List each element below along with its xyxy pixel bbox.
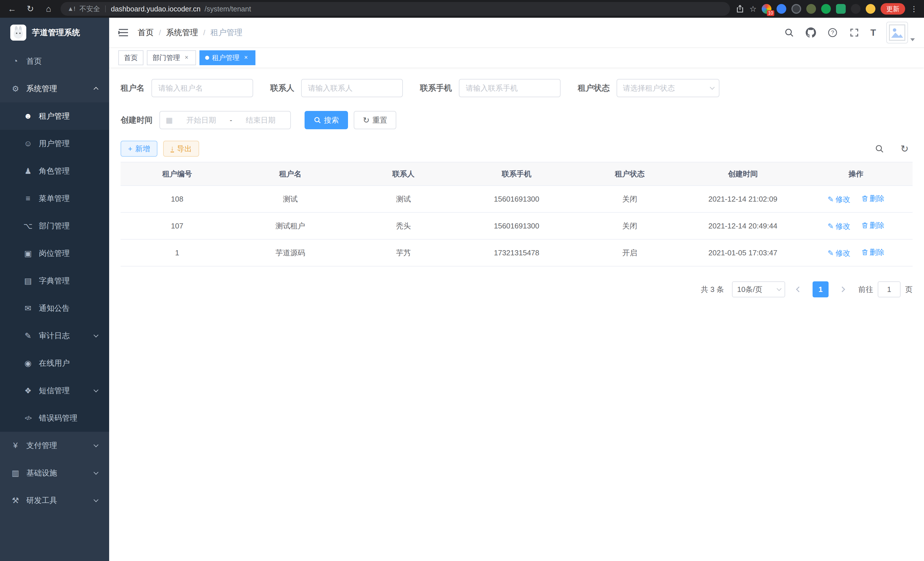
sidebar-item-label: 岗位管理 bbox=[39, 248, 70, 259]
edit-link[interactable]: ✎修改 bbox=[827, 221, 850, 231]
breadcrumb-home[interactable]: 首页 bbox=[138, 27, 154, 38]
page-size-select[interactable]: 10条/页 bbox=[732, 281, 785, 297]
sidebar-item-audit-log[interactable]: ✎ 审计日志 bbox=[0, 322, 109, 349]
refresh-table-icon[interactable]: ↻ bbox=[897, 141, 913, 157]
goto-page: 前往 页 bbox=[858, 281, 913, 297]
cell-created: 2021-12-14 21:02:09 bbox=[686, 186, 800, 212]
active-dot bbox=[205, 56, 209, 60]
sidebar-item-devtools[interactable]: ⚒ 研发工具 bbox=[0, 487, 109, 514]
search-icon[interactable] bbox=[783, 27, 795, 38]
browser-back-icon[interactable]: ← bbox=[6, 3, 18, 15]
sidebar-item-dict[interactable]: ▤ 字典管理 bbox=[0, 267, 109, 295]
page-number-1[interactable]: 1 bbox=[813, 281, 829, 297]
help-icon[interactable]: ? bbox=[827, 27, 838, 38]
col-header-name: 租户名 bbox=[234, 162, 347, 186]
sidebar-item-tenant[interactable]: ☻ 租户管理 bbox=[0, 102, 109, 130]
edit-link[interactable]: ✎修改 bbox=[827, 194, 850, 205]
url-host: dashboard.yudao.iocoder.cn bbox=[111, 5, 201, 13]
sidebar-item-system[interactable]: ⚙ 系统管理 bbox=[0, 75, 109, 102]
page-size-value: 10条/页 bbox=[737, 284, 762, 295]
extension-icon[interactable] bbox=[777, 4, 786, 14]
chevron-down-icon bbox=[777, 286, 782, 291]
close-icon[interactable]: × bbox=[242, 54, 250, 62]
extension-icon[interactable] bbox=[851, 4, 861, 14]
tab-dept[interactable]: 部门管理 × bbox=[147, 50, 196, 65]
address-bar[interactable]: ▲! 不安全 dashboard.yudao.iocoder.cn/system… bbox=[61, 2, 730, 16]
toggle-search-icon[interactable] bbox=[872, 141, 887, 157]
date-range-picker[interactable]: ▦ 开始日期 - 结束日期 bbox=[159, 111, 291, 129]
cell-phone: 15601691300 bbox=[460, 212, 573, 239]
tab-tenant[interactable]: 租户管理 × bbox=[200, 50, 255, 65]
avatar[interactable] bbox=[886, 22, 908, 44]
sidebar-collapse-icon[interactable] bbox=[118, 29, 129, 37]
sidebar-item-user[interactable]: ☺ 用户管理 bbox=[0, 130, 109, 157]
col-header-contact: 联系人 bbox=[347, 162, 460, 186]
next-page-button[interactable] bbox=[834, 281, 850, 297]
search-button[interactable]: 搜索 bbox=[304, 111, 348, 129]
sidebar-item-infrastructure[interactable]: ▥ 基础设施 bbox=[0, 459, 109, 487]
sidebar-item-notice[interactable]: ✉ 通知公告 bbox=[0, 295, 109, 322]
font-size-icon[interactable]: T bbox=[870, 27, 876, 38]
extension-icon[interactable] bbox=[821, 4, 831, 14]
browser-update-button[interactable]: 更新 bbox=[880, 3, 905, 15]
sidebar-item-online-user[interactable]: ◉ 在线用户 bbox=[0, 349, 109, 377]
sidebar-item-payment[interactable]: ¥ 支付管理 bbox=[0, 432, 109, 459]
sidebar-item-menu[interactable]: ≡ 菜单管理 bbox=[0, 185, 109, 212]
page-unit-label: 页 bbox=[905, 284, 913, 295]
sidebar-item-error-code[interactable]: </> 错误码管理 bbox=[0, 404, 109, 432]
yen-icon: ¥ bbox=[10, 441, 21, 450]
sidebar-item-role[interactable]: ♟ 角色管理 bbox=[0, 157, 109, 185]
delete-link[interactable]: 删除 bbox=[862, 194, 885, 204]
tab-label: 首页 bbox=[124, 53, 138, 62]
add-button-label: 新增 bbox=[135, 144, 150, 154]
phone-input[interactable] bbox=[459, 79, 561, 97]
delete-link[interactable]: 删除 bbox=[862, 220, 885, 230]
add-button[interactable]: + 新增 bbox=[121, 141, 158, 157]
table-row: 108 测试 测试 15601691300 关闭 2021-12-14 21:0… bbox=[121, 186, 913, 212]
col-header-created: 创建时间 bbox=[686, 162, 800, 186]
status-select[interactable]: 请选择租户状态 bbox=[616, 79, 719, 97]
cell-created: 2021-01-05 17:03:47 bbox=[686, 239, 800, 266]
github-icon[interactable] bbox=[805, 27, 817, 38]
search-button-label: 搜索 bbox=[324, 115, 339, 125]
delete-label: 删除 bbox=[870, 247, 885, 257]
logo[interactable]: 芋道管理系统 bbox=[0, 18, 109, 47]
sidebar-item-label: 在线用户 bbox=[39, 358, 70, 368]
extension-icon[interactable] bbox=[791, 4, 801, 14]
user-menu[interactable] bbox=[886, 22, 915, 44]
extension-icon[interactable]: 10 bbox=[762, 4, 771, 14]
browser-menu-icon[interactable]: ⋮ bbox=[910, 5, 918, 14]
delete-link[interactable]: 删除 bbox=[862, 247, 885, 257]
contact-input[interactable] bbox=[301, 79, 403, 97]
sidebar-item-home[interactable]: ◔ 首页 bbox=[0, 47, 109, 75]
edit-doc-icon: ✎ bbox=[23, 331, 33, 341]
fullscreen-icon[interactable] bbox=[849, 27, 860, 38]
breadcrumb-separator: / bbox=[159, 28, 161, 37]
goto-page-input[interactable] bbox=[878, 281, 901, 297]
tenant-name-input[interactable] bbox=[152, 79, 253, 97]
date-end-placeholder: 结束日期 bbox=[237, 115, 285, 125]
table-row: 107 测试租户 秃头 15601691300 关闭 2021-12-14 20… bbox=[121, 212, 913, 239]
share-icon[interactable] bbox=[736, 5, 744, 13]
export-button[interactable]: ↓ 导出 bbox=[163, 141, 199, 157]
extension-icon[interactable] bbox=[806, 4, 816, 14]
extension-icon[interactable] bbox=[836, 4, 846, 14]
extension-icon[interactable] bbox=[866, 4, 875, 14]
monitor-icon: ▥ bbox=[10, 468, 21, 478]
reset-button[interactable]: ↻ 重置 bbox=[354, 111, 396, 129]
breadcrumb-system[interactable]: 系统管理 bbox=[166, 27, 198, 38]
browser-home-icon[interactable]: ⌂ bbox=[42, 3, 55, 15]
sidebar-item-post[interactable]: ▣ 岗位管理 bbox=[0, 240, 109, 267]
browser-refresh-icon[interactable]: ↻ bbox=[24, 3, 37, 15]
edit-link[interactable]: ✎修改 bbox=[827, 248, 850, 258]
tab-home[interactable]: 首页 bbox=[118, 50, 143, 65]
col-header-id: 租户编号 bbox=[121, 162, 234, 186]
bookmark-star-icon[interactable]: ☆ bbox=[749, 4, 757, 14]
sidebar-item-dept[interactable]: ⌥ 部门管理 bbox=[0, 212, 109, 240]
sidebar-item-label: 首页 bbox=[26, 56, 42, 66]
menu-list-icon: ≡ bbox=[23, 194, 33, 203]
sidebar-item-label: 角色管理 bbox=[39, 166, 70, 176]
sidebar-item-sms[interactable]: ❖ 短信管理 bbox=[0, 377, 109, 404]
close-icon[interactable]: × bbox=[183, 54, 190, 62]
prev-page-button[interactable] bbox=[791, 281, 807, 297]
